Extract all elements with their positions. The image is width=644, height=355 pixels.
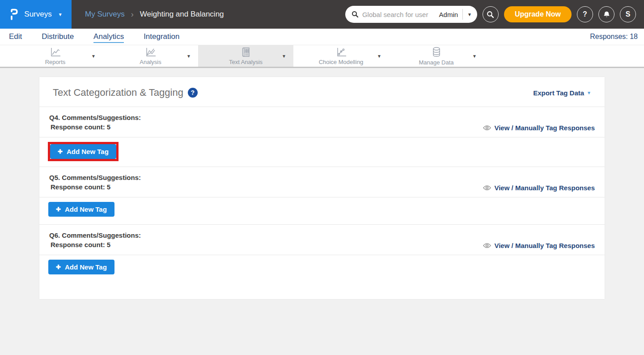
- breadcrumb-parent[interactable]: My Surveys: [85, 10, 125, 19]
- secondary-nav: Edit Distribute Analytics Integration Re…: [0, 29, 644, 45]
- export-tag-data-label: Export Tag Data: [533, 89, 584, 97]
- chevron-down-icon: ▼: [587, 91, 591, 95]
- add-new-tag-button[interactable]: ✚ Add New Tag: [48, 202, 114, 217]
- tab-label: Analysis: [140, 59, 161, 65]
- multi-line-chart-icon: [145, 47, 157, 58]
- card-bottom-spacer: [39, 282, 605, 299]
- chevron-down-icon[interactable]: ▼: [91, 54, 96, 59]
- tab-label: Reports: [45, 59, 66, 65]
- response-count: Response count: 5: [49, 182, 141, 192]
- red-highlight-annotation: ✚ Add New Tag: [50, 144, 116, 159]
- analytics-tab[interactable]: Reports ▼: [8, 45, 103, 67]
- question-texts: Q4. Comments/Suggestions: Response count…: [49, 113, 141, 132]
- question-header: Q4. Comments/Suggestions: Response count…: [39, 107, 605, 137]
- avatar[interactable]: S: [620, 6, 636, 22]
- bell-icon: [603, 11, 610, 18]
- page-title: Text Categorization & Tagging: [53, 87, 183, 98]
- search-scope-chevron-icon[interactable]: ▼: [463, 13, 472, 17]
- subnav-link[interactable]: Distribute: [42, 30, 74, 43]
- eye-icon: [483, 125, 491, 131]
- view-manually-tag-label: View / Manually Tag Responses: [494, 124, 595, 132]
- breadcrumb-current: Weighting and Balancing: [140, 10, 224, 19]
- brand-surveys-menu[interactable]: Surveys ▼: [0, 0, 72, 29]
- view-manually-tag-link[interactable]: View / Manually Tag Responses: [483, 124, 595, 132]
- breadcrumb-separator-icon: ›: [131, 10, 134, 19]
- add-new-tag-button[interactable]: ✚ Add New Tag: [48, 260, 114, 274]
- search-icon: [352, 11, 359, 18]
- text-tagging-card: Text Categorization & Tagging ? Export T…: [39, 77, 605, 299]
- red-highlight-annotation: ✚ Add New Tag: [48, 260, 114, 274]
- chevron-down-icon: ▼: [58, 13, 63, 17]
- analytics-tab[interactable]: Manage Data ▼: [389, 45, 484, 67]
- plus-icon: ✚: [58, 148, 63, 155]
- tab-label: Manage Data: [419, 59, 453, 66]
- secondary-nav-links: Edit Distribute Analytics Integration: [9, 30, 179, 43]
- question-block: Q5. Comments/Suggestions: Response count…: [39, 167, 605, 225]
- view-manually-tag-link[interactable]: View / Manually Tag Responses: [483, 184, 595, 192]
- search-input[interactable]: [362, 11, 436, 18]
- responses-count: Responses: 18: [590, 33, 638, 41]
- add-new-tag-label: Add New Tag: [67, 148, 109, 155]
- tab-label: Text Analysis: [229, 59, 263, 65]
- text-document-icon: [240, 47, 252, 58]
- response-count: Response count: 5: [49, 122, 141, 132]
- chevron-down-icon[interactable]: ▼: [377, 54, 381, 59]
- search-button[interactable]: [483, 6, 499, 22]
- global-search: Admin ▼: [345, 6, 477, 23]
- response-count: Response count: 5: [49, 240, 141, 249]
- notifications-button[interactable]: [598, 6, 614, 22]
- view-manually-tag-label: View / Manually Tag Responses: [494, 242, 595, 249]
- eye-icon: [483, 185, 491, 191]
- plus-icon: ✚: [56, 206, 61, 213]
- analytics-tab-strip: Reports ▼ Analysis ▼: [0, 45, 644, 68]
- analytics-tab[interactable]: Choice Modelling ▼: [293, 45, 389, 67]
- question-texts: Q5. Comments/Suggestions: Response count…: [49, 173, 141, 192]
- add-new-tag-label: Add New Tag: [65, 263, 107, 271]
- topbar-actions: Admin ▼ Upgrade Now ? S: [345, 6, 644, 23]
- question-block: Q6. Comments/Suggestions: Response count…: [39, 225, 605, 282]
- chevron-down-icon[interactable]: ▼: [472, 54, 477, 59]
- search-scope-value[interactable]: Admin: [436, 11, 463, 18]
- question-header: Q6. Comments/Suggestions: Response count…: [39, 225, 605, 255]
- tab-label: Choice Modelling: [319, 59, 364, 65]
- red-highlight-annotation: ✚ Add New Tag: [48, 202, 114, 217]
- export-tag-data-dropdown[interactable]: Export Tag Data ▼: [533, 89, 591, 97]
- proprofs-logo-icon: [9, 8, 19, 21]
- plus-icon: ✚: [56, 264, 61, 270]
- question-texts: Q6. Comments/Suggestions: Response count…: [49, 231, 141, 249]
- main-content: Text Categorization & Tagging ? Export T…: [0, 68, 644, 354]
- add-tag-row: ✚ Add New Tag: [39, 137, 605, 167]
- upgrade-now-button[interactable]: Upgrade Now: [504, 6, 572, 22]
- help-button[interactable]: ?: [577, 6, 593, 22]
- view-manually-tag-link[interactable]: View / Manually Tag Responses: [483, 242, 595, 249]
- add-tag-row: ✚ Add New Tag: [39, 255, 605, 282]
- search-icon: [487, 11, 494, 18]
- chevron-down-icon[interactable]: ▼: [186, 54, 191, 59]
- analytics-tab[interactable]: Analysis ▼: [103, 45, 198, 67]
- question-mark-icon: ?: [583, 10, 587, 18]
- subnav-link[interactable]: Edit: [9, 30, 22, 43]
- add-new-tag-label: Add New Tag: [65, 205, 107, 213]
- add-tag-row: ✚ Add New Tag: [39, 197, 605, 224]
- question-header: Q5. Comments/Suggestions: Response count…: [39, 167, 605, 197]
- subnav-link[interactable]: Analytics: [93, 30, 124, 43]
- top-bar: Surveys ▼ My Surveys › Weighting and Bal…: [0, 0, 644, 29]
- database-icon: [431, 47, 442, 58]
- subnav-link[interactable]: Integration: [144, 30, 179, 43]
- eye-icon: [483, 243, 491, 248]
- view-manually-tag-label: View / Manually Tag Responses: [494, 184, 595, 192]
- question-block: Q4. Comments/Suggestions: Response count…: [39, 107, 605, 167]
- card-header: Text Categorization & Tagging ? Export T…: [39, 77, 605, 107]
- analytics-tab[interactable]: Text Analysis ▼: [198, 45, 293, 67]
- question-title: Q6. Comments/Suggestions:: [49, 231, 141, 240]
- line-chart-icon: [50, 47, 61, 58]
- breadcrumb: My Surveys › Weighting and Balancing: [85, 10, 224, 19]
- help-icon[interactable]: ?: [188, 88, 198, 98]
- scatter-chart-icon: [335, 47, 347, 58]
- question-title: Q4. Comments/Suggestions:: [49, 113, 141, 122]
- chevron-down-icon[interactable]: ▼: [282, 54, 286, 59]
- question-title: Q5. Comments/Suggestions:: [49, 173, 141, 182]
- avatar-initial: S: [626, 10, 631, 18]
- add-new-tag-button[interactable]: ✚ Add New Tag: [50, 144, 116, 159]
- brand-label: Surveys: [24, 10, 51, 19]
